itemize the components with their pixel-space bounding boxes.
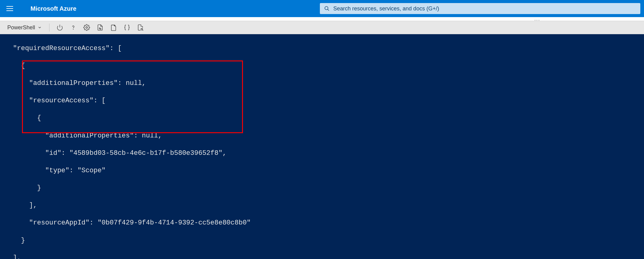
terminal-line: ], [5, 201, 639, 210]
search-input[interactable] [333, 5, 636, 12]
search-container [320, 3, 640, 14]
file-search-icon [137, 24, 144, 31]
ellipsis-icon: ... [534, 16, 540, 22]
terminal-line: "additionalProperties": null, [5, 132, 639, 140]
terminal-line: } [5, 184, 639, 193]
upload-download-button[interactable] [95, 22, 106, 33]
resize-handle-row[interactable]: ... [0, 17, 644, 21]
terminal-line: { [5, 114, 639, 123]
help-button[interactable] [68, 22, 79, 33]
terminal-line: "type": "Scope" [5, 166, 639, 175]
terminal-line: { [5, 62, 639, 71]
terminal-line: "id": "4589bd03-58cb-4e6c-b17f-b580e3965… [5, 149, 639, 158]
file-transfer-icon [97, 24, 103, 31]
terminal-line: "resourceAppId": "0b07f429-9f4b-4714-939… [5, 219, 639, 228]
restart-button[interactable] [54, 22, 65, 33]
gear-icon [83, 24, 90, 31]
shell-selector[interactable]: PowerShell [5, 23, 44, 32]
help-icon [70, 24, 77, 31]
terminal-line: ], [5, 254, 639, 259]
svg-line-1 [327, 9, 329, 11]
svg-point-9 [141, 28, 143, 30]
hamburger-menu-button[interactable] [4, 2, 16, 15]
cloud-shell-toolbar: PowerShell [0, 21, 644, 34]
power-icon [56, 24, 63, 31]
terminal-line: "resourceAccess": [ [5, 97, 639, 105]
chevron-down-icon [38, 25, 42, 30]
search-box[interactable] [320, 3, 640, 14]
terminal-output[interactable]: "requiredResourceAccess": [ { "additiona… [0, 34, 644, 259]
editor-button[interactable] [121, 22, 132, 33]
terminal-line: } [5, 236, 639, 245]
toolbar-separator [49, 24, 49, 31]
new-file-icon [110, 24, 117, 31]
header-bar: Microsoft Azure [0, 0, 644, 17]
terminal-line: "additionalProperties": null, [5, 79, 639, 88]
brand-label: Microsoft Azure [31, 5, 76, 12]
preview-button[interactable] [135, 22, 146, 33]
braces-icon [124, 24, 130, 31]
settings-button[interactable] [81, 22, 92, 33]
svg-point-3 [73, 29, 74, 29]
svg-point-4 [86, 27, 88, 28]
svg-point-0 [325, 6, 328, 10]
svg-line-10 [143, 30, 143, 31]
terminal-line: "requiredResourceAccess": [ [5, 44, 639, 53]
shell-selector-label: PowerShell [7, 24, 35, 31]
new-session-button[interactable] [108, 22, 119, 33]
search-icon [324, 6, 330, 11]
